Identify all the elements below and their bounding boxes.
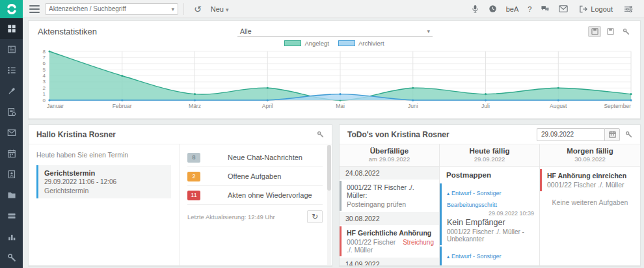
welcome-settings-wrench-icon[interactable]: [317, 131, 324, 138]
svg-text:April: April: [262, 103, 273, 109]
chart-view-button-2[interactable]: [604, 26, 617, 37]
sidebar-item-tasks[interactable]: [0, 60, 23, 81]
caret-up-icon: ▴: [447, 191, 449, 196]
chat-bubbles-icon[interactable]: [541, 5, 550, 13]
search-caret-icon[interactable]: ▾: [171, 6, 174, 12]
refresh-button[interactable]: ↻: [307, 210, 323, 223]
svg-text:Januar: Januar: [47, 103, 64, 109]
date-group-header: 24.08.2022: [340, 167, 439, 180]
topbar-actions: beA ? Logout: [466, 5, 644, 13]
todo-item[interactable]: 0001/22 TR Fischer ./. Müller: Posteinga…: [340, 181, 439, 211]
chevron-down-icon: ▾: [427, 28, 430, 34]
todos-date-input[interactable]: [537, 128, 604, 141]
filter-value: Alle: [240, 27, 252, 35]
sidebar-item-calendar[interactable]: [0, 143, 23, 164]
counter-label: Akten ohne Wiedervorlage: [228, 191, 312, 199]
appointment-title: Gerichtstermin: [44, 169, 165, 177]
svg-text:Mai: Mai: [336, 103, 345, 109]
sidebar-item-tools[interactable]: [0, 247, 23, 268]
preferences-icon[interactable]: [624, 5, 633, 13]
svg-text:8: 8: [43, 49, 46, 55]
column-header-tomorrow[interactable]: Morgen fällig 30.09.2022: [540, 144, 640, 166]
scrollbar[interactable]: [327, 145, 331, 265]
postmappen-header: Postmappen: [440, 167, 539, 182]
todos-settings-wrench-icon[interactable]: [625, 131, 632, 138]
statistics-card: Aktenstatistiken Alle ▾ Angelegt Archivi…: [28, 20, 641, 119]
todo-column-today: Postmappen ▴Entwurf - Sonstiger Bearbeit…: [440, 167, 540, 265]
svg-text:2: 2: [43, 85, 46, 91]
help-button[interactable]: ?: [528, 5, 531, 13]
sidebar-item-archive[interactable]: [0, 206, 23, 226]
legend-item-angelegt[interactable]: Angelegt: [284, 40, 329, 47]
search-input[interactable]: [49, 5, 171, 12]
svg-text:März: März: [189, 103, 201, 109]
chart-settings-wrench-icon[interactable]: [619, 26, 632, 37]
search-box[interactable]: ▾: [45, 3, 178, 15]
statistics-filter-select[interactable]: Alle ▾: [237, 26, 433, 37]
svg-text:September: September: [604, 103, 631, 109]
svg-text:1: 1: [43, 91, 46, 97]
last-update-label: Letzte Aktualisierung: 12:49 Uhr: [187, 213, 275, 221]
sidebar-item-mail[interactable]: [0, 122, 23, 143]
files-count-badge: 11: [187, 191, 200, 200]
svg-text:4: 4: [43, 73, 46, 79]
mail-icon[interactable]: [559, 5, 568, 12]
logout-button[interactable]: Logout: [579, 5, 613, 13]
column-header-overdue[interactable]: Überfällige am 29.09.2022: [340, 144, 440, 166]
sidebar-item-contacts[interactable]: [0, 164, 23, 185]
column-header-today[interactable]: Heute fällig 29.09.2022: [440, 144, 540, 166]
area-chart: 012345678JanuarFebruarMärzAprilMaiJuniJu…: [33, 49, 637, 111]
sidebar-item-folder[interactable]: [0, 185, 23, 206]
statistics-title: Aktenstatistiken: [38, 27, 237, 36]
entwurf-link[interactable]: Entwurf - Sonstiger Bearbeitungsschritt: [447, 190, 502, 208]
chart-view-button-1[interactable]: [588, 26, 601, 37]
bea-button[interactable]: beA: [506, 5, 519, 13]
sidebar-item-journal[interactable]: [0, 39, 23, 60]
date-group-header: 14.09.2022: [340, 258, 439, 265]
microphone-icon[interactable]: [471, 5, 479, 13]
appointment-time: 29.09.2022 11:06 - 12:06: [44, 178, 165, 185]
counter-row-tasks[interactable]: 2 Offene Aufgaben: [187, 167, 323, 186]
sidebar-item-statistics[interactable]: [0, 226, 23, 247]
legend-swatch-blue: [338, 40, 355, 46]
todo-item[interactable]: HF Gerichtliche Anhörung 0001/22 Fischer…: [340, 226, 439, 256]
legend-swatch-teal: [284, 40, 301, 46]
counter-row-chat[interactable]: 8 Neue Chat-Nachrichten: [187, 148, 323, 167]
menu-hamburger-icon[interactable]: [29, 3, 40, 15]
new-menu-button[interactable]: Neu ▾: [211, 5, 229, 13]
postmappe-item[interactable]: ▴Entwurf - Sonstiger Bearbeitungsschritt…: [440, 183, 539, 245]
streichung-link[interactable]: Streichung: [403, 239, 434, 246]
svg-text:Februar: Februar: [113, 103, 132, 109]
svg-text:Juli: Juli: [481, 103, 490, 109]
svg-text:5: 5: [43, 67, 46, 73]
postmappe-item[interactable]: ▴Entwurf - Sonstiger Bearbeitungsschritt…: [440, 247, 539, 265]
chat-count-badge: 8: [187, 153, 200, 163]
history-icon[interactable]: ↺: [194, 4, 202, 14]
todo-column-tomorrow: HF Anhörung einreichen 0001/22 Fischer .…: [540, 167, 640, 265]
topbar: ▾ ↺ Neu ▾ beA ? Logout: [0, 0, 644, 18]
svg-text:7: 7: [43, 55, 46, 60]
app-logo-icon[interactable]: [0, 0, 23, 18]
calendar-icon[interactable]: [604, 128, 620, 141]
todo-column-overdue: 24.08.2022 0001/22 TR Fischer ./. Müller…: [340, 167, 440, 265]
todo-item[interactable]: HF Anhörung einreichen 0001/22 Fischer .…: [540, 169, 640, 191]
no-more-tasks-label: Keine weiteren Aufgaben: [540, 193, 640, 212]
counter-row-files[interactable]: 11 Akten ohne Wiedervorlage: [187, 186, 323, 205]
sidebar-item-dashboard[interactable]: [0, 18, 23, 39]
svg-text:0: 0: [43, 98, 46, 103]
scrollbar-thumb[interactable]: [327, 145, 331, 191]
svg-text:August: August: [550, 103, 567, 109]
legend-item-archiviert[interactable]: Archiviert: [338, 40, 384, 47]
chart-legend: Angelegt Archiviert: [29, 38, 640, 47]
svg-text:6: 6: [43, 60, 46, 66]
tasks-count-badge: 2: [187, 172, 200, 181]
entwurf-link[interactable]: Entwurf - Sonstiger Bearbeitungsschritt: [447, 253, 502, 265]
svg-text:Juni: Juni: [408, 103, 418, 109]
appointment-item[interactable]: Gerichtstermin 29.09.2022 11:06 - 12:06 …: [36, 165, 171, 198]
counter-label: Neue Chat-Nachrichten: [228, 154, 302, 161]
caret-up-icon: ▴: [447, 254, 449, 260]
welcome-title: Hallo Kristina Rosner: [36, 130, 317, 139]
clock-icon[interactable]: [489, 5, 497, 13]
sidebar-item-gavel[interactable]: [0, 81, 23, 101]
sidebar-item-file-settings[interactable]: [0, 101, 23, 122]
